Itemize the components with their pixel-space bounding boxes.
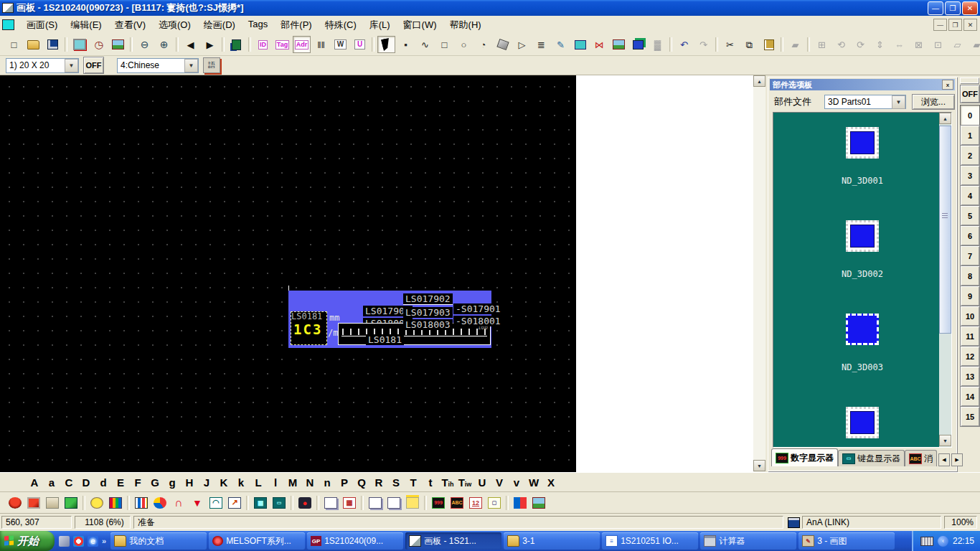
object-letter-button[interactable]: E [112, 476, 129, 489]
keyboard-tray-icon[interactable] [920, 537, 933, 546]
object-letter-button[interactable]: a [43, 476, 60, 489]
exit-icon[interactable] [227, 36, 245, 53]
scroll-down-button[interactable]: ▼ [939, 435, 951, 446]
state-key-9[interactable]: 9 [960, 286, 980, 306]
part-date-display[interactable]: 12 [467, 494, 484, 512]
circle-tool[interactable]: ○ [455, 36, 473, 53]
state-key-4[interactable]: 4 [960, 185, 980, 206]
scene-tool[interactable]: ⋈ [590, 36, 608, 53]
object-letter-button[interactable]: n [319, 476, 336, 489]
zoom-in-icon[interactable]: ⊕ [155, 36, 173, 53]
menu-item-5[interactable]: Tags [242, 17, 274, 34]
part-logging[interactable]: ▦ [341, 494, 358, 512]
tag-toggle[interactable]: Tag [273, 36, 291, 53]
chevron-down-icon[interactable]: ▼ [65, 59, 78, 72]
object-letter-button[interactable]: R [370, 476, 387, 489]
hmi-component[interactable]: LS0181 1C3 mm /min LS017902 LS017900 LS0… [288, 291, 491, 348]
task-button-5[interactable]: ≡1S210251 IO... [602, 532, 698, 550]
task-button-4[interactable]: 3-1 [504, 532, 600, 550]
part-pie-graph[interactable] [151, 494, 169, 512]
part-color[interactable] [512, 494, 529, 512]
scroll-up-button[interactable]: ▲ [753, 75, 765, 87]
close-button[interactable]: ✕ [962, 1, 978, 15]
select-tool[interactable] [377, 36, 395, 53]
text-convert-icon[interactable]: 語 [203, 57, 220, 73]
address-label[interactable]: -S017901 [453, 303, 503, 314]
object-letter-button[interactable]: D [77, 476, 95, 489]
screen-select[interactable]: 1) 20 X 20 ▼ [6, 58, 79, 73]
state-key-10[interactable]: 10 [960, 306, 980, 326]
state-key-13[interactable]: 13 [960, 366, 980, 387]
part-numeric-display[interactable]: 999 [430, 494, 447, 512]
address-label[interactable]: LS017902 [403, 293, 453, 305]
object-letter-button[interactable]: d [95, 476, 112, 489]
paste-icon[interactable] [760, 36, 778, 53]
part-multilamp[interactable] [107, 494, 124, 512]
part-rocker-switch[interactable] [62, 494, 80, 512]
address-label[interactable]: -S018001 [453, 316, 503, 326]
object-letter-button[interactable]: P [336, 476, 353, 489]
state-key-8[interactable]: 8 [960, 265, 980, 286]
object-letter-button[interactable]: G [146, 476, 164, 489]
mdi-restore-button[interactable]: ❐ [948, 19, 962, 31]
object-letter-button[interactable]: U [473, 476, 491, 489]
object-letter-button[interactable]: N [301, 476, 319, 489]
menu-item-0[interactable]: 画面(S) [20, 17, 64, 34]
object-letter-button[interactable]: K [215, 476, 232, 489]
part-text-display[interactable]: ABC [448, 494, 466, 512]
chevron-down-icon[interactable]: ▼ [892, 95, 905, 109]
part-keypad[interactable]: ▦ [252, 494, 269, 512]
state-key-1[interactable]: 1 [960, 125, 980, 146]
rect-tool[interactable]: □ [435, 36, 453, 53]
part-memo[interactable] [404, 494, 421, 512]
polyline-tool[interactable]: ∿ [416, 36, 434, 53]
quicklaunch-chevron-icon[interactable]: » [102, 537, 106, 545]
state-key-off[interactable]: OFF [960, 85, 980, 103]
save-icon[interactable] [44, 36, 62, 53]
restore-button[interactable]: ❐ [945, 1, 961, 15]
part-csv[interactable] [367, 494, 384, 512]
object-letter-button[interactable]: M [284, 476, 301, 489]
state-key-5[interactable]: 5 [960, 205, 980, 226]
object-letter-button[interactable]: S [387, 476, 405, 489]
menu-item-8[interactable]: 库(L) [363, 17, 397, 34]
part-tact-button[interactable] [44, 494, 61, 512]
image-tool[interactable] [610, 36, 628, 53]
part-bar-graph[interactable] [133, 494, 150, 512]
copy-icon[interactable]: ⧉ [740, 36, 758, 53]
object-letter-button[interactable]: W [525, 476, 542, 489]
part-window[interactable]: ▢ [486, 494, 503, 512]
new-icon[interactable]: □ [5, 36, 23, 53]
object-letter-button[interactable]: X [542, 476, 560, 489]
address-label[interactable]: LS0181 [366, 334, 404, 345]
object-letter-button[interactable]: k [232, 476, 250, 489]
preview-icon[interactable] [109, 36, 127, 53]
cut-icon[interactable]: ✂ [721, 36, 739, 53]
fill-tool[interactable] [494, 36, 512, 53]
object-letter-button[interactable]: L [250, 476, 267, 489]
capture-tool[interactable] [571, 36, 589, 53]
object-letter-button[interactable]: l [267, 476, 284, 489]
parts-list-item[interactable]: ND_3D001 [787, 127, 938, 220]
parts-file-select[interactable]: 3D Parts01 ▼ [824, 95, 906, 109]
state-key-15[interactable]: 15 [960, 406, 980, 427]
w-toggle[interactable]: W [331, 36, 349, 53]
parts-tab-1[interactable]: ▭键盘显示器 [838, 450, 905, 466]
menu-item-7[interactable]: 特殊(C) [319, 17, 363, 34]
zoom-out-icon[interactable]: ⊖ [136, 36, 154, 53]
object-letter-button[interactable]: H [181, 476, 198, 489]
parts-list-item[interactable]: ND_3D002 [787, 220, 938, 314]
mdi-minimize-button[interactable]: — [933, 19, 947, 31]
menu-item-6[interactable]: 部件(P) [274, 17, 318, 34]
arc-tool[interactable]: ◔ [474, 36, 492, 53]
dot-tool[interactable]: ▪ [397, 36, 415, 53]
menu-item-9[interactable]: 窗口(W) [397, 17, 443, 34]
state-key-3[interactable]: 3 [960, 165, 980, 186]
address-label[interactable]: LS017903 [403, 307, 453, 318]
task-button-3[interactable]: 画板 - 1S21... [405, 532, 501, 550]
part-square-button[interactable] [25, 494, 42, 512]
scroll-down-button[interactable]: ▼ [753, 460, 765, 471]
object-letter-button[interactable]: J [198, 476, 215, 489]
menu-item-4[interactable]: 绘画(D) [197, 17, 242, 34]
state-key-11[interactable]: 11 [960, 326, 980, 347]
